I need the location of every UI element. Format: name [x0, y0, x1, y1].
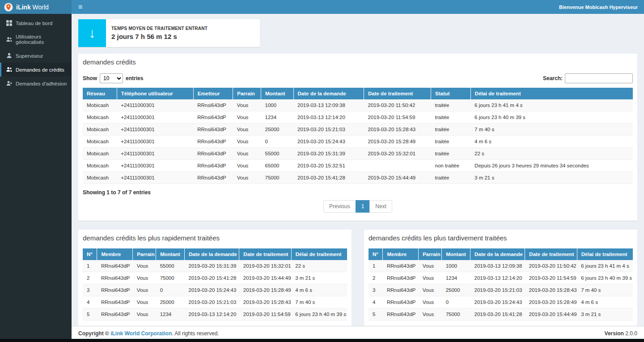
- sidebar-item-utilisateurs-geolocalises[interactable]: Utilisateurs géolocalisés: [0, 30, 72, 49]
- sidebar-item-superviseur[interactable]: Superviseur: [0, 49, 72, 63]
- table-cell: Mobicash: [83, 148, 117, 160]
- table-cell: 5: [83, 308, 97, 321]
- panel-title: demandes crédits les plus tardivement tr…: [369, 234, 507, 242]
- sidebar-item-demandes-de-credits[interactable]: Demandes de crédits: [0, 63, 72, 77]
- column-header[interactable]: Statut: [431, 88, 471, 99]
- version-value: 2.0.0: [625, 330, 637, 337]
- copyright-text: Copyright © iLink World Corporation. All…: [78, 330, 219, 337]
- column-header: Date de la demande: [185, 248, 239, 260]
- column-header[interactable]: Parrain: [233, 88, 261, 99]
- table-cell: RRnsi643dP: [193, 124, 233, 136]
- sidebar-toggle-button[interactable]: ≡: [72, 0, 89, 14]
- table-cell: 5: [369, 308, 383, 321]
- table-cell: Mobicash: [83, 124, 117, 136]
- sidebar-item-tableau-de-bord[interactable]: Tableau de bord: [0, 16, 72, 30]
- column-header[interactable]: Emetteur: [193, 88, 233, 99]
- page-length-select[interactable]: 10: [100, 73, 123, 83]
- info-box-label: TEMPS MOYEN DE TRAITEMENT ENTRANT: [111, 26, 208, 31]
- table-cell: 55000: [261, 148, 293, 160]
- table-cell: RRnsi643dP: [383, 308, 419, 321]
- table-cell: Depuis 26 jours 3 heures 29 minutes 34 s…: [470, 160, 633, 172]
- column-header[interactable]: Téléphone utilisateur: [117, 88, 193, 99]
- table-row: 1RRnsi643dPVous10002019-03-13 12:09:3820…: [369, 260, 633, 272]
- table-row: 3RRnsi643dPVous250002019-03-20 15:21:032…: [369, 284, 633, 296]
- table-header-row: N°MembreParrainMontantDate de la demande…: [369, 248, 633, 260]
- table-cell: 3 m 21 s: [577, 308, 633, 321]
- company-link[interactable]: iLink World Corporation: [110, 330, 172, 337]
- table-cell: 22 s: [470, 148, 633, 160]
- column-header[interactable]: Délai de traitement: [470, 88, 633, 99]
- table-row: Mobicash+24111000301RRnsi643dPVous02019-…: [83, 136, 633, 148]
- table-cell: 6 jours 23 h 40 m 39 s: [291, 308, 347, 321]
- credits-icon: [6, 67, 12, 73]
- table-cell: RRnsi643dP: [383, 260, 419, 272]
- table-cell: 1000: [442, 260, 470, 272]
- table-cell: 2019-03-20 15:28:49: [525, 296, 577, 308]
- table-cell: 6 jours 23 h 41 m 4 s: [577, 260, 633, 272]
- sidebar-menu: Tableau de bord Utilisateurs géolocalisé…: [0, 16, 72, 90]
- table-cell: 2019-03-20 15:21:03: [185, 296, 239, 308]
- search-input[interactable]: [565, 73, 633, 83]
- table-row: Mobicash+24111000301RRnsi643dPVous100020…: [83, 99, 633, 111]
- table-row: Mobicash+24111000301RRnsi643dPVous550002…: [83, 148, 633, 160]
- table-cell: 4: [83, 296, 97, 308]
- page-1-button[interactable]: 1: [356, 200, 370, 213]
- table-row: Mobicash+24111000301RRnsi643dPVous250002…: [83, 124, 633, 136]
- table-cell: Vous: [133, 272, 156, 284]
- table-header-row: N°MembreParrainMontantDate de la demande…: [83, 248, 347, 260]
- column-header[interactable]: Montant: [261, 88, 293, 99]
- table-cell: 2019-03-20 15:32:01: [239, 260, 291, 272]
- column-header: Parrain: [133, 248, 156, 260]
- table-cell: 2019-03-20 15:24:43: [185, 284, 239, 296]
- table-cell: 2019-03-20 15:41:28: [185, 272, 239, 284]
- table-cell: 2019-03-13 12:09:38: [293, 99, 364, 111]
- table-cell: traitée: [431, 148, 471, 160]
- table-cell: 2019-03-20 15:28:43: [364, 124, 431, 136]
- table-cell: traitée: [431, 172, 471, 184]
- table-cell: 0: [442, 296, 470, 308]
- table-cell: RRnsi643dP: [97, 260, 133, 272]
- next-page-button[interactable]: Next: [369, 200, 392, 213]
- column-header[interactable]: Réseau: [83, 88, 117, 99]
- table-cell: [364, 160, 431, 172]
- table-cell: 2019-03-20 15:28:49: [364, 136, 431, 148]
- column-header[interactable]: Date de traitement: [364, 88, 431, 99]
- table-cell: 75000: [442, 308, 470, 321]
- table-cell: Vous: [233, 148, 261, 160]
- credits-panel-header: demandes crédits: [78, 54, 637, 70]
- column-header: Montant: [442, 248, 470, 260]
- table-row: Mobicash+24111000301RRnsi643dPVous750002…: [83, 172, 633, 184]
- table-row: 2RRnsi643dPVous750002019-03-20 15:41:282…: [83, 272, 347, 284]
- table-cell: 2019-03-20 11:54:59: [364, 111, 431, 124]
- table-cell: Mobicash: [83, 136, 117, 148]
- column-header[interactable]: Date de la demande: [293, 88, 364, 99]
- table-cell: RRnsi643dP: [193, 99, 233, 111]
- table-cell: RRnsi643dP: [383, 284, 419, 296]
- table-cell: 2019-03-20 15:31:39: [293, 148, 364, 160]
- previous-page-button[interactable]: Previous: [323, 200, 356, 213]
- table-cell: 3 m 21 s: [291, 272, 347, 284]
- table-cell: traitée: [431, 111, 471, 124]
- menu-icon: ≡: [78, 3, 82, 11]
- table-cell: 3 m 21 s: [470, 172, 633, 184]
- table-cell: RRnsi643dP: [97, 284, 133, 296]
- table-cell: 2019-03-20 15:21:03: [470, 284, 525, 296]
- main-footer: Copyright © iLink World Corporation. All…: [72, 326, 644, 339]
- table-cell: 1: [369, 260, 383, 272]
- sidebar-item-demandes-adhesion[interactable]: Demandes d'adhésion: [0, 77, 72, 90]
- table-cell: 2019-03-20 15:32:01: [364, 148, 431, 160]
- column-header: Délai de traitement: [291, 248, 347, 260]
- table-cell: Mobicash: [83, 99, 117, 111]
- table-cell: Vous: [419, 308, 442, 321]
- welcome-text[interactable]: Bienvenue Mobicash Hyperviseur: [559, 4, 644, 10]
- membership-icon: [6, 81, 12, 86]
- brand-logo[interactable]: iLink World: [0, 0, 72, 14]
- table-row: 3RRnsi643dPVous02019-03-20 15:24:432019-…: [83, 284, 347, 296]
- brand-title: iLink World: [16, 4, 49, 11]
- table-cell: 2019-03-20 11:54:59: [239, 308, 291, 321]
- table-cell: 4 m 6 s: [577, 296, 633, 308]
- table-cell: 75000: [156, 272, 185, 284]
- table-cell: RRnsi643dP: [193, 111, 233, 124]
- dashboard-icon: [6, 20, 12, 26]
- table-cell: +24111000301: [117, 111, 193, 124]
